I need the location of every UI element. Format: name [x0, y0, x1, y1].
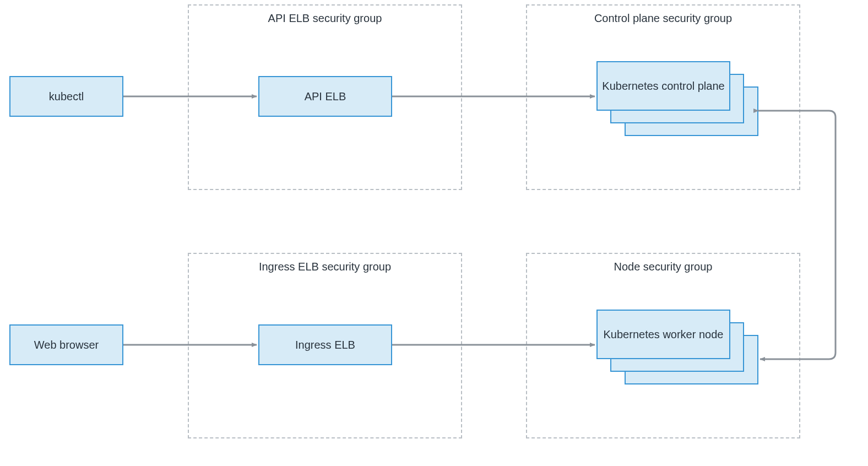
control-plane-label: Kubernetes control plane — [602, 80, 724, 93]
node-sg-title: Node security group — [527, 261, 799, 273]
worker-node-node: Kubernetes worker node — [596, 310, 730, 359]
api-elb-sg-title: API ELB security group — [189, 12, 461, 25]
diagram-canvas: kubectl Web browser API ELB security gro… — [0, 0, 868, 466]
web-browser-node: Web browser — [9, 324, 123, 365]
kubectl-node: kubectl — [9, 76, 123, 117]
control-plane-sg-title: Control plane security group — [527, 12, 799, 25]
ingress-elb-label: Ingress ELB — [295, 339, 355, 351]
ingress-elb-sg-title: Ingress ELB security group — [189, 261, 461, 273]
web-browser-label: Web browser — [34, 339, 99, 351]
kubectl-label: kubectl — [49, 90, 84, 103]
worker-node-label: Kubernetes worker node — [604, 328, 724, 341]
control-plane-node: Kubernetes control plane — [596, 61, 730, 111]
api-elb-label: API ELB — [305, 90, 346, 103]
ingress-elb-node: Ingress ELB — [258, 324, 392, 365]
api-elb-node: API ELB — [258, 76, 392, 117]
